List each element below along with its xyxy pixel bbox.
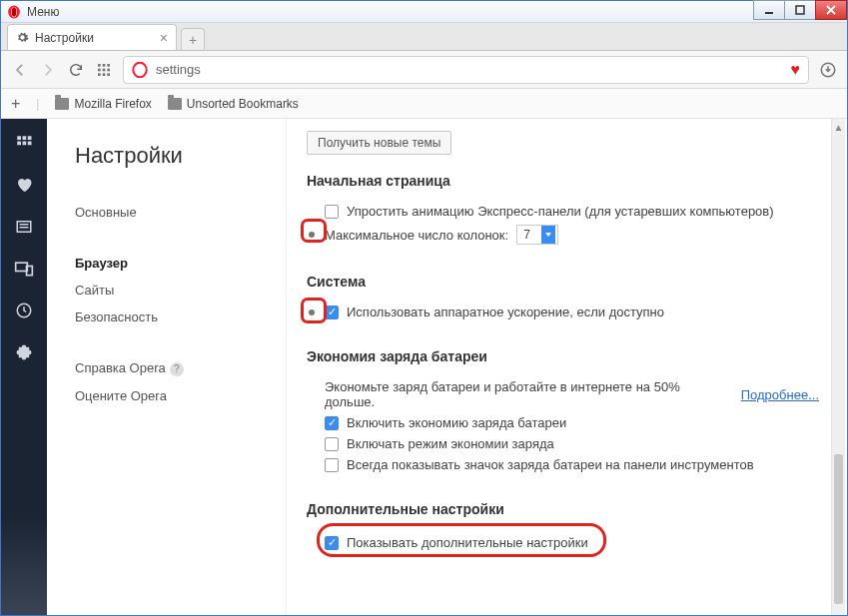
apps-button[interactable] bbox=[95, 61, 113, 79]
menu-basic[interactable]: Основные bbox=[75, 199, 274, 226]
scrollbar[interactable]: ▲ bbox=[831, 119, 845, 615]
section-heading: Система bbox=[307, 274, 819, 290]
opt-label: Включить экономию заряда батареи bbox=[347, 415, 566, 430]
new-tab-button[interactable]: + bbox=[181, 28, 205, 50]
checkbox-show-advanced[interactable] bbox=[325, 536, 339, 550]
tab-strip: Настройки × + bbox=[1, 23, 847, 51]
menu-browser[interactable]: Браузер bbox=[75, 250, 274, 277]
menu-help[interactable]: Справка Opera? bbox=[75, 354, 274, 382]
window-maximize-button[interactable] bbox=[784, 0, 816, 20]
gear-icon bbox=[16, 31, 29, 44]
devices-rail-icon[interactable] bbox=[14, 259, 34, 279]
speed-dial-icon[interactable] bbox=[14, 133, 34, 153]
checkbox-battery-saver[interactable] bbox=[325, 416, 339, 430]
svg-rect-4 bbox=[796, 6, 804, 14]
max-columns-select[interactable]: 7 bbox=[516, 225, 558, 245]
svg-rect-16 bbox=[17, 136, 21, 140]
get-themes-button[interactable]: Получить новые темы bbox=[307, 131, 451, 155]
svg-rect-6 bbox=[103, 64, 106, 67]
svg-rect-18 bbox=[28, 136, 32, 140]
battery-info-text: Экономьте заряд батареи и работайте в ин… bbox=[325, 379, 721, 409]
svg-rect-25 bbox=[16, 263, 28, 271]
news-rail-icon[interactable] bbox=[14, 217, 34, 237]
svg-rect-20 bbox=[23, 142, 27, 146]
extensions-rail-icon[interactable] bbox=[14, 342, 34, 362]
checkbox-hw-accel[interactable] bbox=[325, 306, 339, 319]
menu-sites[interactable]: Сайты bbox=[75, 277, 274, 304]
opt-label: Максимальное число колонок: bbox=[325, 228, 508, 243]
battery-more-link[interactable]: Подробнее... bbox=[741, 387, 819, 402]
section-heading: Дополнительные настройки bbox=[307, 501, 819, 517]
select-value: 7 bbox=[523, 228, 530, 242]
bullet-icon bbox=[309, 309, 315, 315]
window-minimize-button[interactable] bbox=[753, 0, 785, 20]
menu-label[interactable]: Меню bbox=[27, 5, 59, 19]
checkbox-battery-icon[interactable] bbox=[325, 458, 339, 472]
svg-rect-5 bbox=[98, 64, 101, 67]
section-system: Система Использовать аппаратное ускорени… bbox=[307, 274, 819, 322]
tab-close-icon[interactable]: × bbox=[160, 31, 168, 45]
checkbox-simplify-animation[interactable] bbox=[325, 205, 339, 219]
section-heading: Начальная страница bbox=[307, 173, 819, 189]
bookmark-folder-firefox[interactable]: Mozilla Firefox bbox=[55, 97, 151, 111]
tab-settings[interactable]: Настройки × bbox=[7, 24, 177, 50]
bullet-icon bbox=[309, 232, 315, 238]
svg-rect-17 bbox=[23, 136, 27, 140]
opt-label: Использовать аппаратное ускорение, если … bbox=[347, 305, 664, 319]
window-titlebar: Меню bbox=[1, 1, 847, 23]
svg-rect-7 bbox=[107, 64, 110, 67]
menu-security[interactable]: Безопасность bbox=[75, 304, 274, 330]
section-advanced: Дополнительные настройки Показывать допо… bbox=[307, 501, 819, 556]
svg-rect-12 bbox=[103, 73, 106, 76]
downloads-button[interactable] bbox=[819, 61, 837, 79]
opt-label: Включать режим экономии заряда bbox=[347, 436, 554, 451]
reload-button[interactable] bbox=[67, 61, 85, 79]
add-bookmark-button[interactable]: + bbox=[11, 95, 20, 113]
svg-rect-11 bbox=[98, 73, 101, 76]
nav-toolbar: ♥ bbox=[1, 51, 847, 89]
bookmark-label: Unsorted Bookmarks bbox=[187, 97, 299, 111]
bookmark-folder-unsorted[interactable]: Unsorted Bookmarks bbox=[168, 97, 299, 111]
address-input[interactable] bbox=[156, 62, 783, 77]
tab-title: Настройки bbox=[35, 31, 94, 45]
svg-rect-10 bbox=[107, 68, 110, 71]
heart-icon[interactable]: ♥ bbox=[791, 61, 801, 79]
opera-o-icon bbox=[132, 62, 148, 78]
svg-rect-9 bbox=[103, 68, 106, 71]
checkbox-battery-mode[interactable] bbox=[325, 437, 339, 451]
settings-pane: Получить новые темы Начальная страница У… bbox=[287, 119, 847, 615]
address-bar[interactable]: ♥ bbox=[123, 56, 809, 84]
section-battery: Экономия заряда батареи Экономьте заряд … bbox=[307, 348, 819, 475]
opera-logo-icon bbox=[7, 5, 21, 19]
bookmark-label: Mozilla Firefox bbox=[74, 97, 151, 111]
heart-rail-icon[interactable] bbox=[14, 175, 34, 195]
scroll-up-icon[interactable]: ▲ bbox=[832, 119, 845, 135]
svg-point-2 bbox=[12, 7, 17, 16]
opt-label: Всегда показывать значок заряда батареи … bbox=[347, 457, 754, 472]
opt-label: Упростить анимацию Экспресс-панели (для … bbox=[347, 204, 774, 219]
back-button[interactable] bbox=[11, 61, 29, 79]
folder-icon bbox=[168, 98, 182, 110]
svg-point-14 bbox=[133, 62, 146, 77]
svg-rect-21 bbox=[28, 142, 32, 146]
bookmarks-bar: + | Mozilla Firefox Unsorted Bookmarks bbox=[1, 89, 847, 119]
svg-rect-3 bbox=[765, 12, 773, 14]
settings-left-menu: Настройки Основные Браузер Сайты Безопас… bbox=[47, 119, 287, 615]
section-heading: Экономия заряда батареи bbox=[307, 348, 819, 364]
menu-rate[interactable]: Оцените Opera bbox=[75, 382, 274, 409]
scroll-thumb[interactable] bbox=[834, 454, 843, 604]
history-rail-icon[interactable] bbox=[14, 301, 34, 320]
svg-rect-19 bbox=[17, 142, 21, 146]
folder-icon bbox=[55, 98, 69, 110]
window-close-button[interactable] bbox=[815, 0, 847, 20]
section-start-page: Начальная страница Упростить анимацию Эк… bbox=[307, 173, 819, 248]
forward-button[interactable] bbox=[39, 61, 57, 79]
chevron-down-icon bbox=[541, 226, 555, 244]
svg-rect-13 bbox=[107, 73, 110, 76]
opt-label: Показывать дополнительные настройки bbox=[347, 535, 588, 550]
svg-rect-8 bbox=[98, 68, 101, 71]
page-title: Настройки bbox=[75, 143, 274, 169]
sidebar-rail bbox=[1, 119, 47, 615]
